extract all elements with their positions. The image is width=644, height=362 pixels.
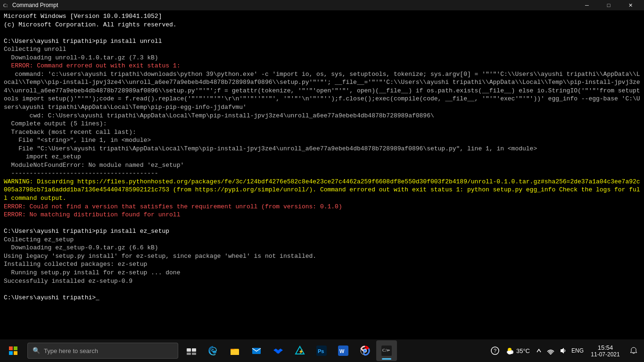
search-icon: 🔍: [33, 347, 40, 354]
svg-rect-3: [192, 348, 196, 352]
search-bar[interactable]: 🔍 Type here to search: [27, 343, 178, 359]
chrome-icon: [360, 346, 370, 356]
title-bar: C: Command Prompt ─ □ ✕: [0, 0, 644, 10]
console-line: ERROR: Could not find a version that sat…: [4, 203, 640, 211]
console-output: Microsoft Windows [Version 10.0.19041.10…: [0, 10, 644, 339]
cmd-icon: C:: [3, 2, 9, 8]
task-view-button[interactable]: [181, 340, 202, 361]
console-line: [4, 29, 640, 37]
network-icon: [547, 347, 554, 354]
sound-icon: [559, 347, 567, 354]
svg-point-6: [213, 351, 216, 354]
edge-button[interactable]: [203, 340, 223, 361]
window-title: Command Prompt: [12, 2, 58, 8]
file-explorer-button[interactable]: [224, 340, 245, 361]
dropbox-icon: [273, 346, 283, 356]
temperature: 35°C: [516, 347, 530, 354]
console-line: File "C:\Users\ayushi tripathi\AppData\L…: [4, 145, 640, 153]
windows-logo-icon: [9, 346, 17, 355]
chrome-button[interactable]: [355, 340, 375, 361]
dropbox-button[interactable]: [268, 340, 289, 361]
svg-rect-4: [187, 353, 191, 355]
clock-area[interactable]: 15:54 11-07-2021: [586, 339, 624, 362]
title-bar-left: C: Command Prompt: [3, 2, 58, 8]
weather-icon: [505, 346, 514, 355]
search-placeholder: Type here to search: [44, 347, 98, 354]
sound-button[interactable]: [557, 339, 569, 362]
language-label: ENG: [571, 347, 584, 354]
svg-rect-31: [508, 352, 512, 354]
notification-button[interactable]: [625, 339, 642, 362]
electrum-icon: ⚡: [295, 346, 305, 356]
console-line: Complete output (5 lines):: [4, 120, 640, 128]
console-line: Using legacy 'setup.py install' for ez-s…: [4, 252, 640, 261]
electrum-button[interactable]: ⚡: [289, 340, 310, 361]
clock-time: 15:54: [598, 344, 613, 351]
console-line: import ez_setup: [4, 153, 640, 161]
task-view-icon: [186, 346, 197, 356]
console-line: [4, 219, 640, 228]
console-line: (c) Microsoft Corporation. All rights re…: [4, 21, 640, 29]
svg-rect-5: [192, 353, 196, 355]
network-button[interactable]: [545, 339, 556, 362]
console-line: command: 'c:\users\ayushi tripathi\downl…: [4, 70, 640, 112]
console-line: Collecting unroll: [4, 45, 640, 54]
help-icon: ?: [491, 346, 499, 355]
weather-area[interactable]: 35°C: [502, 339, 533, 362]
mail-button[interactable]: [246, 340, 267, 361]
svg-rect-24: [387, 350, 390, 351]
svg-text:⚡: ⚡: [298, 349, 304, 354]
minimize-button[interactable]: ─: [576, 0, 598, 10]
notification-icon: [630, 347, 637, 354]
svg-text:W: W: [339, 348, 345, 354]
photoshop-icon: Ps: [316, 346, 327, 356]
clock-date: 11-07-2021: [591, 351, 619, 358]
word-icon: W: [338, 346, 348, 356]
svg-point-32: [550, 354, 551, 355]
help-button[interactable]: ?: [489, 339, 501, 362]
console-line: Installing collected packages: ez-setup: [4, 260, 640, 269]
taskbar: 🔍 Type here to search: [0, 339, 644, 362]
console-line: Traceback (most recent call last):: [4, 128, 640, 137]
chevron-up-icon: [536, 347, 542, 354]
svg-point-21: [363, 349, 366, 352]
photoshop-button[interactable]: Ps: [311, 340, 332, 361]
console-line: ModuleNotFoundError: No module named 'ez…: [4, 161, 640, 170]
console-line: C:\Users\ayushi tripathi>pip install ez_…: [4, 227, 640, 236]
tray-icons[interactable]: [534, 339, 544, 362]
cmd-taskbar-button[interactable]: C:\>: [376, 340, 397, 361]
title-bar-controls: ─ □ ✕: [576, 0, 641, 10]
console-line: ----------------------------------------: [4, 169, 640, 178]
console-line: Successfully installed ez-setup-0.9: [4, 277, 640, 286]
console-line: cwd: C:\Users\ayushi tripathi\AppData\Lo…: [4, 112, 640, 120]
svg-text:?: ?: [494, 348, 496, 354]
cmd-taskbar-icon: C:\>: [381, 346, 392, 356]
console-line: File "<string>", line 1, in <module>: [4, 136, 640, 145]
console-line: ERROR: No matching distribution found fo…: [4, 211, 640, 219]
console-line: Microsoft Windows [Version 10.0.19041.10…: [4, 12, 640, 21]
edge-icon: [208, 346, 218, 356]
word-button[interactable]: W: [333, 340, 354, 361]
console-line: [4, 285, 640, 294]
console-line: Downloading ez_setup-0.9.tar.gz (6.6 kB): [4, 244, 640, 252]
start-button[interactable]: [2, 339, 25, 362]
console-line: WARNING: Discarding https://files.python…: [4, 178, 640, 203]
console-line: Running setup.py install for ez-setup ..…: [4, 269, 640, 277]
console-line: Collecting ez_setup: [4, 236, 640, 244]
console-line: ERROR: Command errored out with exit sta…: [4, 62, 640, 70]
close-button[interactable]: ✕: [619, 0, 641, 10]
maximize-button[interactable]: □: [598, 0, 619, 10]
svg-rect-2: [187, 348, 191, 352]
taskbar-right: ? 35°C: [489, 339, 642, 362]
console-line: C:\Users\ayushi tripathi>_: [4, 294, 640, 302]
language-button[interactable]: ENG: [570, 339, 586, 362]
mail-icon: [251, 346, 262, 356]
console-line: C:\Users\ayushi tripathi>pip install unr…: [4, 37, 640, 46]
svg-text:Ps: Ps: [318, 348, 324, 354]
console-line: Downloading unroll-0.1.0.tar.gz (7.3 kB): [4, 54, 640, 62]
file-explorer-icon: [230, 346, 240, 356]
svg-text:C:: C:: [3, 3, 8, 8]
